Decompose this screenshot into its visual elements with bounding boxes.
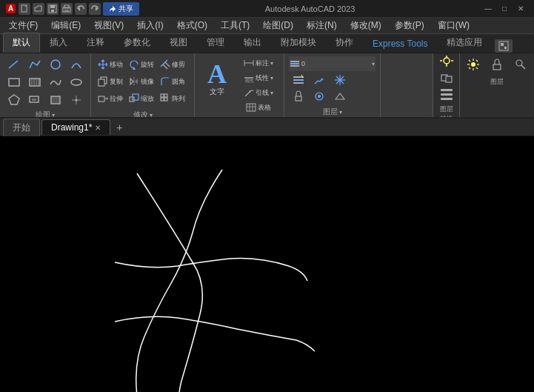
linetype-button[interactable]: 线性 线性 ▾ (238, 71, 279, 84)
tab-parametric[interactable]: 参数化 (114, 33, 160, 53)
menu-modify[interactable]: 修改(M) (344, 18, 387, 33)
workspace-icon[interactable] (495, 39, 513, 53)
menu-insert[interactable]: 插入(I) (131, 18, 169, 33)
layer-properties-button[interactable]: 0 ▾ (289, 56, 376, 71)
print-icon[interactable] (61, 3, 73, 15)
tab-express-tools[interactable]: Express Tools (363, 35, 437, 53)
match-layer-button[interactable] (310, 73, 329, 87)
polygon-button[interactable] (4, 92, 24, 108)
new-icon[interactable] (19, 3, 30, 15)
menu-view[interactable]: 视图(V) (88, 18, 130, 33)
menu-file[interactable]: 文件(F) (3, 18, 44, 33)
tab-view[interactable]: 视图 (160, 33, 197, 53)
sun-icon-button[interactable] (462, 55, 484, 74)
copy-button[interactable]: 复制 (96, 73, 125, 90)
layer-change-button[interactable] (330, 89, 350, 104)
hatch-button[interactable] (25, 74, 44, 90)
open-icon[interactable] (33, 3, 44, 15)
layer-lock-button[interactable] (289, 89, 308, 104)
scale-button[interactable]: 缩放 (127, 90, 156, 107)
array-button[interactable]: 阵列 (158, 90, 187, 107)
svg-rect-51 (247, 104, 256, 111)
canvas-area[interactable] (0, 136, 534, 392)
properties-button[interactable] (435, 87, 458, 102)
wipeout-button[interactable] (46, 92, 65, 108)
search2-icon-button[interactable] (510, 55, 532, 74)
menu-params[interactable]: 参数(P) (389, 18, 430, 33)
rotate-button[interactable]: 旋转 (127, 56, 156, 73)
tab-insert[interactable]: 插入 (40, 33, 77, 53)
save-icon[interactable] (47, 3, 59, 15)
layers-expand-icon[interactable]: ▾ (339, 109, 342, 116)
dimension-button[interactable]: 标注 ▾ (238, 56, 279, 70)
tab-drawing1[interactable]: Drawing1* ✕ (41, 119, 110, 135)
svg-rect-6 (64, 10, 69, 12)
layer-icon-label: 图层特性 (440, 104, 453, 119)
tab-default[interactable]: 默认 (3, 33, 40, 53)
trim-button[interactable]: 修剪 (158, 56, 187, 73)
draw-expand-icon[interactable]: ▾ (52, 112, 55, 119)
stretch-button[interactable]: 拉伸 (96, 90, 125, 107)
fillet-button[interactable]: 圆角 (158, 73, 187, 90)
layer-dropdown-arrow[interactable]: ▾ (372, 61, 375, 67)
menu-tools[interactable]: 工具(T) (215, 18, 256, 33)
point-button[interactable] (67, 92, 86, 108)
rectangle-button[interactable] (4, 74, 24, 90)
svg-point-80 (471, 62, 475, 67)
tab-close-icon[interactable]: ✕ (95, 124, 101, 132)
tab-add-button[interactable]: + (112, 121, 127, 134)
svg-line-87 (476, 60, 478, 62)
svg-rect-76 (446, 76, 452, 82)
svg-rect-78 (441, 93, 453, 96)
share-button[interactable]: 共享 (103, 2, 139, 16)
move-button[interactable]: 移动 (96, 56, 125, 73)
redo-icon[interactable] (89, 3, 101, 15)
titlebar-icons: 共享 (19, 2, 139, 16)
linetype-expand[interactable]: ▾ (270, 75, 273, 82)
menu-window[interactable]: 窗口(W) (432, 18, 475, 33)
layer-props-icon-button[interactable] (289, 73, 308, 87)
circle-button[interactable] (46, 56, 65, 73)
minimize-button[interactable]: — (481, 3, 495, 15)
undo-icon[interactable] (75, 3, 87, 15)
tab-addons[interactable]: 附加模块 (271, 33, 326, 53)
menubar: 文件(F) 编辑(E) 视图(V) 插入(I) 格式(O) 工具(T) 绘图(D… (0, 18, 534, 34)
autocad-logo[interactable]: A (6, 4, 16, 13)
leader-expand[interactable]: ▾ (270, 90, 273, 96)
workspace-selector[interactable] (495, 39, 513, 53)
menu-dimension[interactable]: 标注(N) (301, 18, 343, 33)
dimension-label: 标注 (256, 59, 269, 68)
ellipse-button[interactable] (67, 74, 86, 90)
menu-draw[interactable]: 绘图(D) (257, 18, 299, 33)
dimension-expand[interactable]: ▾ (270, 60, 273, 67)
freeze-layer-button[interactable] (330, 73, 350, 87)
table-button[interactable]: 表格 (238, 101, 279, 114)
line-button[interactable] (4, 56, 24, 73)
maximize-button[interactable]: □ (497, 3, 512, 15)
close-button[interactable]: ✕ (513, 3, 528, 15)
tab-annotation[interactable]: 注释 (77, 33, 114, 53)
modify-expand-icon[interactable]: ▾ (150, 112, 153, 119)
light-button[interactable] (435, 55, 458, 70)
spline-button[interactable] (46, 74, 65, 90)
arc-button[interactable] (67, 56, 86, 73)
menu-format[interactable]: 格式(O) (171, 18, 213, 33)
region-button[interactable] (25, 92, 44, 108)
svg-rect-10 (501, 43, 504, 46)
text-large-button[interactable]: A 文字 (199, 56, 235, 101)
svg-rect-34 (99, 96, 104, 102)
tab-start[interactable]: 开始 (3, 119, 40, 136)
mirror-button[interactable]: 镜像 (127, 73, 156, 90)
svg-point-90 (516, 60, 522, 66)
tab-select-apps[interactable]: 精选应用 (437, 33, 492, 53)
menu-edit[interactable]: 编辑(E) (45, 18, 87, 33)
polyline-button[interactable] (25, 56, 44, 73)
leader-button[interactable]: 引线 ▾ (238, 86, 279, 99)
layer-isolate-button[interactable] (310, 89, 329, 104)
tab-collab[interactable]: 协作 (326, 33, 363, 53)
ribbon-group-annotation: A 文字 标注 ▾ 线性 线性 ▾ 引线 ▾ (195, 53, 284, 117)
tab-output[interactable]: 输出 (234, 33, 271, 53)
tab-manage[interactable]: 管理 (197, 33, 234, 53)
block-button[interactable] (435, 71, 458, 86)
lock2-icon-button[interactable] (486, 55, 508, 74)
